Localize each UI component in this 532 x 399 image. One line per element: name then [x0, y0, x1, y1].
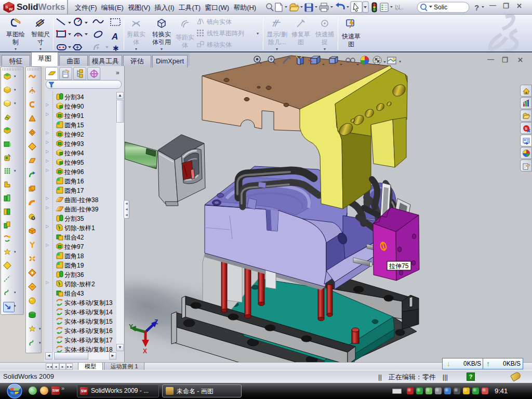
svg-text:S: S: [5, 5, 8, 9]
svg-text:拉伸75: 拉伸75: [389, 262, 409, 270]
svg-text:A: A: [111, 32, 118, 42]
svg-text:Y: Y: [129, 323, 133, 330]
svg-text:Solic: Solic: [434, 4, 447, 11]
svg-text:X: X: [143, 348, 147, 355]
svg-text:?: ?: [474, 3, 479, 12]
svg-text:S: S: [525, 126, 528, 131]
svg-text:以..: 以..: [395, 4, 404, 10]
svg-text:W: W: [9, 7, 13, 11]
svg-text:Z: Z: [154, 318, 158, 326]
svg-text:✱: ✱: [113, 44, 119, 52]
